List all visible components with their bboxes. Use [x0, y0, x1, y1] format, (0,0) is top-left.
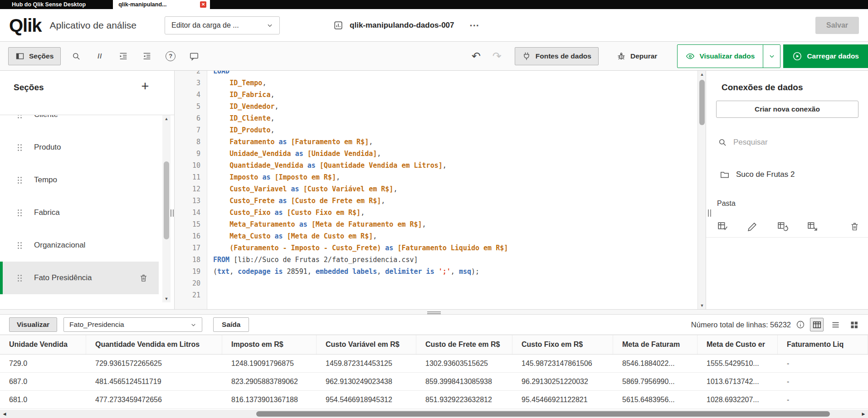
drag-handle-icon[interactable] [17, 176, 22, 184]
code-line[interactable]: 16 Meta_Custo as [Meta de Custo em R$], [175, 230, 697, 242]
code-line[interactable]: 20 [175, 277, 697, 289]
create-connection-button[interactable]: Criar nova conexão [716, 101, 858, 118]
code-line[interactable]: 11 Imposto as [Imposto em R$], [175, 171, 697, 183]
code-line[interactable]: 14 Custo_Fixo as [Custo Fixo em R$], [175, 207, 697, 219]
refresh-connection-button[interactable] [775, 219, 790, 233]
code-line[interactable]: 6 ID_Cliente, [175, 112, 697, 124]
comment-toggle-button[interactable]: // [88, 47, 112, 65]
select-data-button[interactable] [715, 219, 730, 233]
code-line[interactable]: 19(txt, codepage is 28591, embedded labe… [175, 266, 697, 277]
visualize-button[interactable]: Visualizar [9, 317, 57, 332]
tab-app[interactable]: qlik-manipuland... ✕ [113, 0, 210, 9]
code-line[interactable]: 21 [175, 289, 697, 301]
drag-handle-icon[interactable] [17, 242, 22, 249]
indent-button[interactable] [112, 47, 135, 65]
code-line[interactable]: 5 ID_Vendedor, [175, 101, 697, 112]
close-tab-icon[interactable]: ✕ [200, 1, 206, 8]
code-line[interactable]: 15 Meta_Faturamento as [Meta de Faturame… [175, 219, 697, 230]
sidebar-resize-handle[interactable] [171, 209, 174, 217]
column-header[interactable]: Meta de Custo er [697, 335, 778, 354]
redo-button[interactable]: ↷ [487, 50, 507, 63]
splitter-handle-icon[interactable] [427, 311, 441, 315]
code-line[interactable]: 18FROM [lib://Suco de Frutas 2/fato_pres… [175, 254, 697, 266]
code-text: LOAD [207, 71, 229, 77]
drag-handle-icon[interactable] [17, 274, 22, 282]
open-connection-button[interactable] [805, 219, 819, 233]
table-select-dropdown[interactable]: Fato_Presidencia [63, 317, 202, 332]
load-data-button[interactable]: Carregar dados [783, 44, 868, 68]
output-button[interactable]: Saída [213, 317, 249, 332]
code-line[interactable]: 12 Custo_Variavel as [Custo Variável em … [175, 183, 697, 195]
code-line[interactable]: 3 ID_Tempo, [175, 77, 697, 89]
outdent-button[interactable] [135, 47, 159, 65]
drag-handle-icon[interactable] [17, 144, 22, 151]
horizontal-scrollbar[interactable]: ◀ ▶ [0, 410, 868, 418]
scroll-down-icon[interactable]: ▼ [698, 302, 706, 309]
debug-button[interactable]: Depurar [610, 47, 664, 65]
info-icon[interactable] [796, 320, 805, 329]
drag-handle-icon[interactable] [17, 209, 22, 217]
sidebar-item-cliente[interactable]: Cliente [0, 115, 159, 131]
panel-resize-handle[interactable] [708, 209, 711, 217]
table-cell: 859.3998413085938 [416, 373, 512, 390]
drag-handle-icon[interactable] [17, 115, 22, 119]
edit-connection-button[interactable] [745, 219, 760, 233]
data-sources-button[interactable]: Fontes de dados [515, 47, 599, 65]
scrollbar-thumb[interactable] [164, 161, 169, 239]
delete-section-icon[interactable] [139, 274, 148, 282]
list-view-button[interactable] [829, 318, 842, 331]
undo-button[interactable]: ↶ [466, 50, 487, 63]
save-button[interactable]: Salvar [815, 17, 859, 34]
scroll-right-icon[interactable]: ▶ [860, 410, 867, 418]
editor-scrollbar[interactable]: ▲ ▼ [697, 71, 706, 309]
column-header[interactable]: Custo Variável em R$ [317, 335, 416, 354]
column-header[interactable]: Custo de Frete em R$ [416, 335, 512, 354]
sidebar-item-produto[interactable]: Produto [0, 131, 159, 164]
script-editor[interactable]: 2LOAD3 ID_Tempo,4 ID_Fabrica,5 ID_Vended… [175, 71, 706, 309]
code-lines: 2LOAD3 ID_Tempo,4 ID_Fabrica,5 ID_Vended… [175, 71, 697, 301]
scroll-up-icon[interactable]: ▲ [698, 71, 706, 78]
preview-data-button[interactable]: Visualizar dados [678, 45, 763, 68]
grid-view-button[interactable] [847, 318, 861, 331]
scrollbar-thumb[interactable] [699, 80, 705, 125]
sidebar-item-organizacional[interactable]: Organizacional [0, 229, 159, 262]
column-header[interactable]: Imposto em R$ [222, 335, 317, 354]
search-button[interactable] [64, 47, 88, 65]
code-line[interactable]: 2LOAD [175, 71, 697, 77]
sections-scrollbar[interactable]: ▲ ▼ [162, 115, 171, 302]
delete-connection-button[interactable] [847, 219, 862, 233]
help-button[interactable]: ? [159, 47, 182, 65]
tab-hub[interactable]: Hub do Qlik Sense Desktop [0, 0, 98, 9]
horizontal-splitter[interactable] [0, 309, 868, 315]
code-line[interactable]: 7 ID_Produto, [175, 124, 697, 136]
column-header[interactable]: Quantidade Vendida em Litros [86, 335, 222, 354]
column-header[interactable]: Custo Fixo em R$ [512, 335, 613, 354]
table-view-button[interactable] [810, 318, 824, 331]
code-line[interactable]: 13 Custo_Frete as [Custo de Frete em R$]… [175, 195, 697, 207]
view-switcher-dropdown[interactable]: Editor da carga de ... [165, 16, 280, 34]
column-header[interactable]: Faturamento Liq [778, 335, 868, 354]
sidebar-item-tempo[interactable]: Tempo [0, 164, 159, 196]
preview-data-dropdown-button[interactable] [763, 45, 780, 68]
code-line[interactable]: 10 Quantidade_Vendida as [Quantidade Ven… [175, 160, 697, 171]
connections-search-input[interactable] [733, 138, 838, 147]
code-line[interactable]: 17 (Faturamento - Imposto - Custo_Frete)… [175, 242, 697, 254]
add-section-button[interactable]: + [138, 79, 152, 93]
scroll-left-icon[interactable]: ◀ [1, 410, 8, 418]
connections-search[interactable] [718, 134, 857, 151]
sidebar-item-fato-presid-ncia[interactable]: Fato Presidência [0, 262, 159, 294]
code-line[interactable]: 9 Unidade_Vendida as [Unidade Vendida], [175, 148, 697, 160]
connection-item[interactable]: Suco de Frutas 2 [720, 170, 795, 180]
sections-toggle-button[interactable]: Seções [8, 47, 61, 65]
comment-button[interactable] [182, 47, 206, 65]
sidebar-item-fabrica[interactable]: Fabrica [0, 196, 159, 229]
code-line[interactable]: 4 ID_Fabrica, [175, 89, 697, 101]
column-header[interactable]: Meta de Faturam [613, 335, 697, 354]
scroll-down-icon[interactable]: ▼ [162, 295, 171, 302]
code-line[interactable]: 8 Faturamento as [Faturamento em R$], [175, 136, 697, 148]
scroll-up-icon[interactable]: ▲ [162, 115, 171, 122]
scrollbar-thumb[interactable] [256, 411, 830, 417]
column-header[interactable]: Unidade Vendida [0, 335, 86, 354]
more-options-icon[interactable]: ... [470, 17, 479, 29]
help-icon: ? [166, 51, 176, 61]
